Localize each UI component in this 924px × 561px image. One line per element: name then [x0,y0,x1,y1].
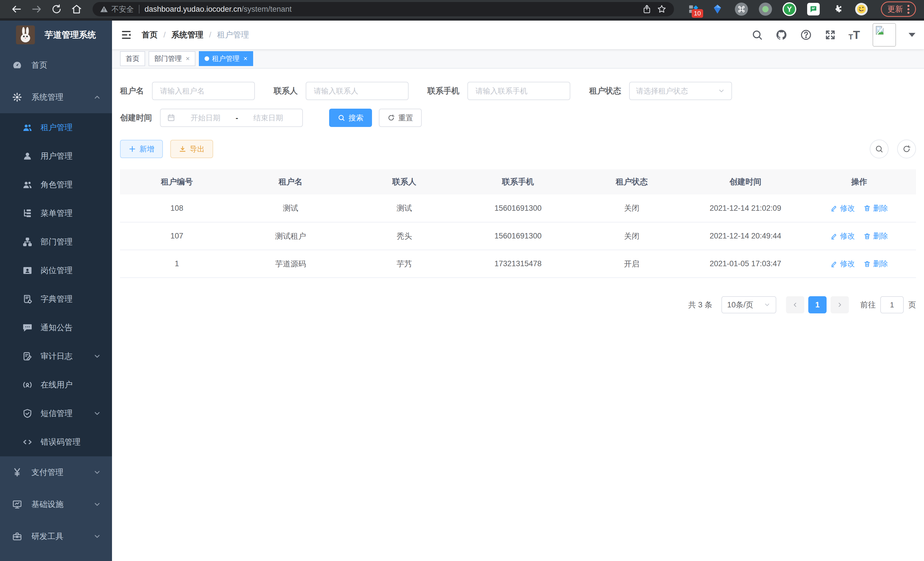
search-button[interactable]: 搜索 [329,109,372,127]
sidebar-item-tenant[interactable]: 租户管理 [0,113,112,142]
roles-icon [22,180,33,190]
edit-label: 修改 [840,203,855,213]
extensions-menu-button[interactable] [831,2,844,16]
tag-tenant[interactable]: 租户管理 × [199,51,253,66]
edit-label: 修改 [840,231,855,241]
status-select[interactable]: 请选择租户状态 [629,82,732,100]
github-icon [776,29,788,41]
omnibox-divider [139,5,140,14]
sidebar-item-infra[interactable]: 基础设施 [0,488,112,520]
caret-down-icon[interactable] [909,33,915,37]
share-button[interactable] [642,4,652,14]
font-size-button[interactable]: TT [849,29,860,41]
sidebar-item-dict[interactable]: 字典管理 [0,285,112,313]
collapse-sidebar-button[interactable] [121,29,132,41]
tenant-name-input[interactable] [152,82,255,100]
show-search-toggle-button[interactable] [870,140,889,158]
create-time-range-picker[interactable]: 开始日期 - 结束日期 [160,109,303,127]
sidebar-item-audit-log[interactable]: 审计日志 [0,342,112,371]
cell-contact: 测试 [347,194,461,222]
active-dot [205,56,209,61]
extensions-bar: 10 Y [687,2,868,16]
fullscreen-button[interactable] [825,29,836,41]
refresh-table-button[interactable] [897,140,916,158]
delete-row-button[interactable]: 删除 [863,231,888,241]
export-button[interactable]: 导出 [170,140,213,158]
delete-label: 删除 [873,231,888,241]
table-row: 1 芋道源码 芋艿 17321315478 开启 2021-01-05 17:0… [120,250,916,278]
browser-reload-button[interactable] [48,1,65,18]
security-status[interactable]: 不安全 [100,4,134,14]
sidebar-item-menu[interactable]: 菜单管理 [0,199,112,228]
close-icon[interactable]: × [186,55,190,63]
delete-label: 删除 [873,203,888,213]
reset-button[interactable]: 重置 [379,109,422,127]
browser-forward-button[interactable] [28,1,45,18]
chevron-down-icon [718,87,725,95]
extension-tabs-button[interactable]: 10 [687,2,700,16]
sidebar-item-user[interactable]: 用户管理 [0,142,112,170]
browser-menu-dots-icon[interactable] [908,5,909,14]
extension-kite-button[interactable] [711,2,724,16]
sidebar-item-pay[interactable]: 支付管理 [0,456,112,488]
edit-row-button[interactable]: 修改 [830,203,855,213]
mobile-input[interactable] [467,82,570,100]
extension-y-button[interactable]: Y [783,2,796,16]
add-button[interactable]: 新增 [120,140,163,158]
breadcrumb-system[interactable]: 系统管理 [171,29,203,40]
sidebar-item-system[interactable]: 系统管理 [0,81,112,113]
delete-row-button[interactable]: 删除 [863,259,888,269]
breadcrumb-home[interactable]: 首页 [142,29,158,40]
extension-record-button[interactable] [759,2,772,16]
sidebar-item-error-code[interactable]: 错误码管理 [0,428,112,456]
delete-row-button[interactable]: 删除 [863,203,888,213]
sidebar-item-home[interactable]: 首页 [0,49,112,81]
filter-row-1: 租户名 联系人 联系手机 租户状态 请选择租户状态 [120,82,916,100]
page-size-select[interactable]: 10条/页 [722,296,776,313]
col-contact: 联系人 [347,169,461,194]
sidebar-item-label: 字典管理 [40,294,73,305]
goto-page-input[interactable] [880,296,904,313]
page-number-1[interactable]: 1 [808,296,826,313]
edit-row-button[interactable]: 修改 [830,231,855,241]
sidebar-item-post[interactable]: 岗位管理 [0,256,112,285]
tenant-users-icon [22,122,33,133]
sidebar-item-devtools[interactable]: 研发工具 [0,520,112,552]
sidebar-item-online-users[interactable]: 在线用户 [0,371,112,399]
sidebar-item-dept[interactable]: 部门管理 [0,228,112,256]
next-page-button[interactable] [831,296,849,313]
close-icon[interactable]: × [243,55,248,63]
tag-dept[interactable]: 部门管理 × [148,51,195,66]
sidebar-item-sms[interactable]: 短信管理 [0,399,112,428]
url-path: /system/tenant [242,5,292,14]
sidebar-item-role[interactable]: 角色管理 [0,170,112,199]
mobile-label: 联系手机 [428,86,459,96]
search-button-label: 搜索 [349,113,363,123]
sidebar-item-notice[interactable]: 通知公告 [0,313,112,342]
goto-label: 前往 [860,300,876,310]
prev-page-button[interactable] [786,296,804,313]
bookmark-button[interactable] [657,4,667,14]
docs-help-button[interactable] [800,29,812,41]
pagination: 共 3 条 10条/页 1 前往 页 [120,296,916,313]
user-avatar[interactable] [873,23,896,47]
trash-icon [863,260,871,268]
edit-row-button[interactable]: 修改 [830,259,855,269]
app-logo-row[interactable]: 芋道管理系统 [0,21,112,49]
extension-command-button[interactable] [735,2,748,16]
cell-mobile: 15601691300 [461,222,575,250]
github-link-button[interactable] [776,29,788,41]
tag-home[interactable]: 首页 [120,51,145,66]
tag-label: 首页 [126,54,140,63]
browser-update-button[interactable]: 更新 [881,2,916,17]
header-search-button[interactable] [752,29,763,41]
browser-back-button[interactable] [8,1,25,18]
top-navbar: 首页 / 系统管理 / 租户管理 TT [112,21,924,49]
profile-avatar-button[interactable] [855,2,868,16]
contact-input[interactable] [306,82,409,100]
sidebar-item-label: 部门管理 [40,236,73,247]
browser-home-button[interactable] [68,1,85,18]
sidebar-item-label: 在线用户 [40,379,73,390]
extension-chat-button[interactable] [807,2,820,16]
url-bar[interactable]: 不安全 dashboard.yudao.iocoder.cn/system/te… [93,2,674,16]
